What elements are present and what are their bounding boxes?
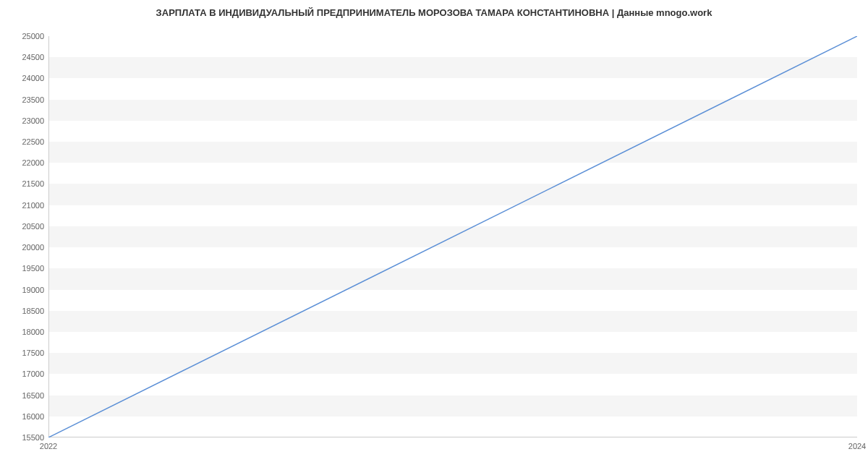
y-tick-label: 18000 (22, 328, 44, 336)
x-tick-label: 2022 (40, 442, 57, 450)
chart-container: 1550016000165001700017500180001850019000… (48, 36, 857, 437)
y-tick-label: 20000 (22, 243, 44, 252)
y-tick-label: 17500 (22, 349, 44, 357)
y-tick-label: 24500 (22, 53, 44, 61)
y-tick-label: 16500 (22, 391, 44, 400)
y-tick-label: 21500 (22, 179, 44, 188)
y-tick-label: 23500 (22, 95, 44, 104)
y-tick-label: 22500 (22, 137, 44, 146)
x-axis-line (48, 437, 857, 437)
y-axis-line (48, 36, 49, 437)
y-tick-label: 15500 (22, 433, 44, 442)
grid-band (48, 396, 857, 416)
plot-area: 1550016000165001700017500180001850019000… (48, 36, 857, 437)
grid-band (48, 268, 857, 289)
grid-band (48, 311, 857, 332)
grid-band (48, 57, 857, 78)
y-tick-label: 24000 (22, 74, 44, 82)
y-tick-label: 18500 (22, 307, 44, 315)
y-tick-label: 17000 (22, 369, 44, 378)
y-tick-label: 19500 (22, 264, 44, 273)
grid-band (48, 142, 857, 163)
y-tick-label: 21000 (22, 201, 44, 210)
grid-band (48, 353, 857, 374)
y-tick-label: 25000 (22, 32, 44, 40)
y-tick-label: 22000 (22, 158, 44, 167)
y-tick-label: 20500 (22, 222, 44, 231)
grid-band (48, 100, 857, 121)
grid-band (48, 226, 857, 247)
y-tick-label: 23000 (22, 116, 44, 125)
grid-band (48, 184, 857, 205)
chart-title: ЗАРПЛАТА В ИНДИВИДУАЛЬНЫЙ ПРЕДПРИНИМАТЕЛ… (0, 0, 868, 24)
y-tick-label: 16000 (22, 412, 44, 421)
x-tick-label: 2024 (848, 442, 866, 450)
y-tick-label: 19000 (22, 286, 44, 294)
